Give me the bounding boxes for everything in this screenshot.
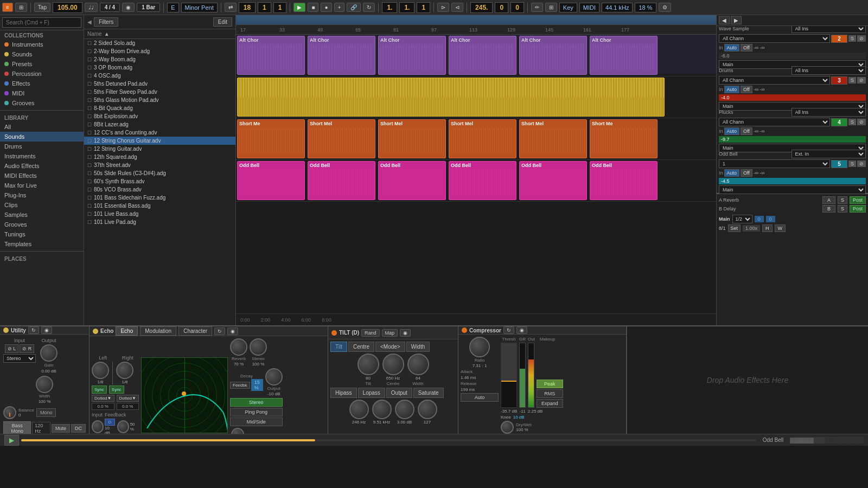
w-btn[interactable]: W bbox=[775, 224, 786, 232]
sidebar-item-effects[interactable]: Effects bbox=[0, 79, 84, 88]
sidebar-item-midi[interactable]: MIDI bbox=[0, 88, 84, 98]
echo-refresh-btn[interactable]: ↻ bbox=[214, 328, 225, 335]
file-item[interactable]: ☐37th Street.adv bbox=[84, 161, 235, 169]
tilt-map-btn[interactable]: Map bbox=[382, 329, 398, 337]
sidebar-item-percussion[interactable]: Percussion bbox=[0, 69, 84, 79]
sidebar-item-tunings[interactable]: Tunings bbox=[0, 229, 84, 239]
punch-in-btn[interactable]: ⊳ bbox=[437, 3, 449, 12]
echo-sync-right-btn[interactable]: Sync bbox=[109, 386, 124, 394]
track-clips-plucks[interactable]: Short Me Short Mel Short Mel Short Mel S… bbox=[236, 118, 716, 159]
utility-width-knob[interactable] bbox=[36, 376, 53, 393]
utility-bass-mono-btn[interactable]: Bass Mono bbox=[3, 421, 31, 434]
file-item[interactable]: ☐12 String Guitar.adv bbox=[84, 145, 235, 153]
sidebar-item-sounds[interactable]: Sounds bbox=[0, 49, 84, 59]
comp-peak-btn[interactable]: Peak bbox=[537, 380, 563, 388]
sidebar-item-plugins[interactable]: Plug-Ins bbox=[0, 190, 84, 200]
progress-bar[interactable] bbox=[21, 439, 756, 441]
clip-alt-chor-2[interactable]: Alt Chor bbox=[308, 36, 375, 75]
ch-wave-auto-btn[interactable]: Auto bbox=[724, 44, 740, 52]
ch-wave-s-btn[interactable]: S bbox=[848, 35, 856, 42]
utility-l-btn[interactable]: ⊘ L bbox=[5, 344, 19, 353]
file-item[interactable]: ☐101 Live Pad.adg bbox=[84, 218, 235, 226]
echo-stereo-knob[interactable] bbox=[250, 338, 267, 356]
zoom-display[interactable]: 18 % bbox=[635, 3, 656, 12]
ch-odd-bell-s-btn[interactable]: S bbox=[848, 160, 856, 167]
link-btn[interactable]: 🔗 bbox=[347, 3, 361, 12]
echo-dot-right-btn[interactable]: Dotted▼ bbox=[117, 395, 139, 402]
compressor-power-btn[interactable]: ◉ bbox=[516, 326, 527, 334]
prefs-btn[interactable]: ⚙ bbox=[659, 3, 671, 12]
utility-r-btn[interactable]: ⊘ R bbox=[20, 344, 34, 353]
sidebar-item-audio-effects[interactable]: Audio Effects bbox=[0, 161, 84, 171]
ch-plucks-m-btn[interactable]: ⊘ bbox=[857, 119, 866, 125]
track-clips-odd-bell[interactable]: Odd Bell Odd Bell Odd Bell Odd Bell Odd … bbox=[236, 160, 716, 201]
tilt-centre-knob[interactable] bbox=[382, 354, 404, 375]
utility-power-btn[interactable]: ◉ bbox=[41, 326, 52, 334]
file-item[interactable]: ☐50s Slide Rules (C3-D#4).adg bbox=[84, 169, 235, 177]
file-item[interactable]: ☐8Bit Lazer.adg bbox=[84, 120, 235, 129]
session-view-btn[interactable]: ⊞ bbox=[15, 3, 27, 12]
tempo-display[interactable]: 105.00 bbox=[53, 2, 82, 13]
clip-alt-chor-3[interactable]: Alt Chor bbox=[378, 36, 446, 75]
ch-drums-s-btn[interactable]: S bbox=[848, 77, 856, 84]
nav-left-btn[interactable]: ◀ bbox=[719, 16, 730, 24]
clip-plucks-2[interactable]: Short Mel bbox=[308, 119, 375, 158]
pencil-btn[interactable]: ✏ bbox=[531, 3, 543, 12]
comp-ratio-knob[interactable] bbox=[469, 337, 490, 357]
ch-odd-bell-channel[interactable]: 1 bbox=[719, 159, 830, 168]
clip-plucks-1[interactable]: Short Me bbox=[237, 119, 305, 158]
sidebar-item-instruments-lib[interactable]: Instruments bbox=[0, 151, 84, 161]
file-item[interactable]: ☐101 Live Bass.adg bbox=[84, 210, 235, 218]
clip-plucks-3[interactable]: Short Mel bbox=[378, 119, 446, 158]
clip-odd-bell-5[interactable]: Odd Bell bbox=[519, 161, 587, 200]
sidebar-item-max-for-live[interactable]: Max for Live bbox=[0, 181, 84, 190]
tap-button[interactable]: Tap bbox=[34, 3, 50, 12]
bar-select[interactable]: 1 Bar bbox=[137, 3, 160, 12]
ch-odd-bell-auto-btn[interactable]: Auto bbox=[724, 169, 740, 177]
tilt-mode-btn[interactable]: <Mode> bbox=[375, 342, 405, 352]
tilt-hipass-btn[interactable]: Hipass bbox=[330, 388, 357, 398]
ch-plucks-s-btn[interactable]: S bbox=[848, 119, 856, 125]
echo-stereo-btn[interactable]: Stereo bbox=[230, 398, 283, 407]
tilt-tilt-knob[interactable] bbox=[358, 354, 379, 375]
utility-stereo-select[interactable]: Stereo bbox=[3, 354, 36, 363]
record-btn[interactable]: ● bbox=[321, 3, 331, 12]
tilt-lopass-knob[interactable] bbox=[372, 400, 392, 419]
file-item[interactable]: ☐5ths Glass Motion Pad.adv bbox=[84, 96, 235, 104]
echo-tab-modulation[interactable]: Modulation bbox=[140, 326, 176, 336]
main-fraction-select[interactable]: 1/2 bbox=[732, 215, 752, 223]
key-label[interactable]: Key bbox=[559, 3, 577, 12]
return-b-s-btn[interactable]: S bbox=[838, 205, 847, 213]
clip-alt-chor-1[interactable]: Alt Chor bbox=[237, 36, 305, 75]
utility-dc-btn[interactable]: DC bbox=[71, 424, 86, 433]
browser-nav-back[interactable]: ◀ bbox=[87, 19, 92, 25]
return-a-s-btn[interactable]: S bbox=[838, 196, 847, 204]
echo-power-btn[interactable]: ◉ bbox=[227, 328, 238, 335]
sidebar-item-clips[interactable]: Clips bbox=[0, 200, 84, 210]
tilt-centre-btn[interactable]: Centre bbox=[348, 342, 374, 352]
sidebar-item-grooves-lib[interactable]: Grooves bbox=[0, 220, 84, 229]
file-item[interactable]: ☐80s VCO Brass.adv bbox=[84, 185, 235, 194]
comp-thresh-slider[interactable] bbox=[501, 343, 517, 408]
clip-alt-chor-6[interactable]: Alt Chor bbox=[590, 36, 658, 75]
utility-cycle-btn[interactable]: ↻ bbox=[28, 326, 39, 334]
sidebar-item-sounds-lib[interactable]: Sounds bbox=[0, 132, 84, 142]
file-item[interactable]: ☐5ths Detuned Pad.adv bbox=[84, 80, 235, 88]
ch-odd-bell-off-btn[interactable]: Off bbox=[741, 169, 752, 177]
sidebar-item-presets[interactable]: Presets bbox=[0, 59, 84, 69]
drop-audio-panel[interactable]: Drop Audio Effects Here bbox=[627, 326, 868, 434]
return-a-post-btn[interactable]: Post bbox=[850, 196, 866, 204]
echo-drywet-knob[interactable] bbox=[231, 428, 244, 434]
h-btn[interactable]: H bbox=[762, 224, 773, 232]
echo-feedbk-select[interactable]: Feedbk bbox=[230, 382, 250, 389]
ch-plucks-auto-btn[interactable]: Auto bbox=[724, 127, 740, 135]
file-item[interactable]: ☐101 Essential Bass.adg bbox=[84, 202, 235, 210]
clip-alt-chor-5[interactable]: Alt Chor bbox=[519, 36, 587, 75]
ch-plucks-channel[interactable]: All Chann bbox=[719, 118, 830, 126]
return-b-btn[interactable]: B bbox=[822, 205, 835, 213]
sidebar-item-samples[interactable]: Samples bbox=[0, 210, 84, 220]
ch-wave-input[interactable]: All Ins bbox=[792, 26, 866, 33]
tilt-output-btn[interactable]: Output bbox=[386, 388, 412, 398]
nav-right-btn[interactable]: ▶ bbox=[731, 16, 742, 24]
ch-wave-off-btn[interactable]: Off bbox=[741, 44, 752, 52]
